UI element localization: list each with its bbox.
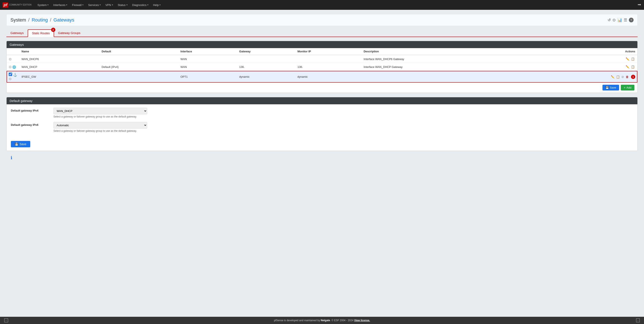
nav-services[interactable]: Services▾ xyxy=(86,0,103,10)
page-header: System / Routing / Gateways ↺ ⊙ 📊 ☰ ? xyxy=(6,14,638,26)
row3-description xyxy=(362,71,528,83)
chart-icon[interactable]: 📊 xyxy=(618,18,622,22)
delete-button[interactable]: 🗑 xyxy=(625,75,629,79)
col-default: Default xyxy=(100,48,178,55)
list-icon[interactable]: ☰ xyxy=(624,18,627,22)
nav-diagnostics[interactable]: Diagnostics▾ xyxy=(130,0,150,10)
chevron-down-icon: ▾ xyxy=(126,4,128,6)
footer: ↑ pfSense is developed and maintained by… xyxy=(0,317,644,324)
row1-actions: ✏️ 📋 xyxy=(528,55,638,63)
col-description: Description xyxy=(362,48,528,55)
breadcrumb-sep1: / xyxy=(28,17,31,22)
default-gateway-section: Default gateway Default gateway IPv4 WAN… xyxy=(6,97,638,151)
nav-help[interactable]: Help▾ xyxy=(151,0,163,10)
ipv4-select[interactable]: WAN_DHCP WAN_DHCP6 IPSEC_GW Automatic xyxy=(54,108,147,114)
nav-status[interactable]: Status▾ xyxy=(116,0,130,10)
row2-name: WAN_DHCP xyxy=(20,63,100,71)
chevron-down-icon: ▾ xyxy=(100,4,101,6)
plus-icon: + xyxy=(624,86,626,89)
row1-interface: WAN xyxy=(178,55,237,63)
copy-button[interactable]: 📋 xyxy=(616,75,620,79)
gateways-section-header: Gateways xyxy=(6,41,638,48)
download-icon: ↓ xyxy=(636,319,640,322)
reload-icon[interactable]: ↺ xyxy=(608,18,611,22)
copy-button[interactable]: 📋 xyxy=(630,57,635,61)
save-table-button[interactable]: 💾 Save xyxy=(602,85,619,90)
brand-subtitle: COMMUNITY EDITION xyxy=(9,3,32,6)
disable-button[interactable]: ⊘ xyxy=(621,75,624,79)
save-wrap: 💾 Save xyxy=(6,140,638,151)
ipv6-select[interactable]: Automatic WAN_DHCP6 IPSEC_GW xyxy=(54,122,147,129)
ipv6-row: Default gateway IPv6 Automatic WAN_DHCP6… xyxy=(11,122,633,132)
row2-select: ⊙ 🌐 xyxy=(6,63,20,71)
breadcrumb-routing[interactable]: Routing xyxy=(32,17,48,22)
edit-button[interactable]: ✏️ xyxy=(625,65,630,69)
default-gateway-form: Default gateway IPv4 WAN_DHCP WAN_DHCP6 … xyxy=(6,104,638,140)
edit-button[interactable]: ✏️ xyxy=(610,75,615,79)
chevron-down-icon: ▾ xyxy=(147,4,148,6)
footer-right-icon[interactable]: ↓ xyxy=(636,319,640,322)
copy-button[interactable]: 📋 xyxy=(630,65,635,69)
upload-icon: ↑ xyxy=(4,319,8,322)
info-icon[interactable]: ℹ xyxy=(11,155,633,160)
table-row: ⊙ WAN_DHCP6 WAN Interface WAN_DHCP6 Gate… xyxy=(6,55,638,63)
license-link[interactable]: View license. xyxy=(354,319,370,322)
main-content: System / Routing / Gateways ↺ ⊙ 📊 ☰ ? Ga… xyxy=(0,10,644,317)
ipv4-control: WAN_DHCP WAN_DHCP6 IPSEC_GW Automatic Se… xyxy=(54,108,633,118)
row1-description: Interface WAN_DHCP6 Gateway xyxy=(362,55,528,63)
table-actions: 💾 Save + Add xyxy=(6,83,638,93)
ipv6-control: Automatic WAN_DHCP6 IPSEC_GW Select a ga… xyxy=(54,122,633,132)
edit-button[interactable]: ✏️ xyxy=(625,57,630,61)
row1-default xyxy=(100,55,178,63)
add-button[interactable]: + Add xyxy=(621,85,634,90)
row2-gateway: 136. xyxy=(237,63,295,71)
breadcrumb-sep2: / xyxy=(50,17,52,22)
help-icon[interactable]: ? xyxy=(629,18,634,22)
row2-actions: ✏️ 📋 xyxy=(528,63,638,71)
nav-vpn[interactable]: VPN▾ xyxy=(103,0,115,10)
breadcrumb: System / Routing / Gateways xyxy=(10,17,74,23)
col-actions: Actions xyxy=(528,48,638,55)
row1-name: WAN_DHCP6 xyxy=(20,55,100,63)
save-main-icon: 💾 xyxy=(15,142,18,146)
row-checkbox[interactable] xyxy=(9,73,12,76)
logout-icon[interactable]: ⮕ xyxy=(638,3,642,7)
gateways-section: Gateways Name Default Interface Gateway … xyxy=(6,41,638,93)
row3-interface: OPT1 xyxy=(178,71,237,83)
brand-logo[interactable]: pf COMMUNITY EDITION xyxy=(2,2,32,8)
chevron-down-icon: ▾ xyxy=(112,4,113,6)
status-check-icon: ⊙ xyxy=(9,77,12,81)
nav-system[interactable]: System▾ xyxy=(35,0,51,10)
row3-name: IPSEC_GW xyxy=(20,71,100,83)
row3-actions: ✏️ 📋 ⊘ 🗑 1 xyxy=(528,71,638,83)
chevron-down-icon: ▾ xyxy=(66,4,67,6)
header-actions: ↺ ⊙ 📊 ☰ ? xyxy=(608,18,634,22)
row3-default xyxy=(100,71,178,83)
target-icon[interactable]: ⊙ xyxy=(612,18,616,22)
breadcrumb-gateways[interactable]: Gateways xyxy=(54,17,74,22)
col-name: Name xyxy=(20,48,100,55)
chevron-down-icon: ▾ xyxy=(160,4,160,6)
tab-gateways[interactable]: Gateways xyxy=(6,29,28,37)
navbar: pf COMMUNITY EDITION System▾ Interfaces▾… xyxy=(0,0,644,10)
chevron-down-icon: ▾ xyxy=(48,4,48,6)
ipv6-help: Select a gateway or failover gateway gro… xyxy=(54,129,633,132)
nav-menu: System▾ Interfaces▾ Firewall▾ Services▾ … xyxy=(35,0,638,10)
save-main-button[interactable]: 💾 Save xyxy=(11,141,30,147)
ipv6-label: Default gateway IPv6 xyxy=(11,122,54,126)
nav-firewall[interactable]: Firewall▾ xyxy=(70,0,86,10)
table-row: ⊙ 🌐 WAN_DHCP Default (IPv4) WAN 136. 136… xyxy=(6,63,638,71)
save-icon: 💾 xyxy=(606,86,609,89)
row2-monitor-ip: 136. xyxy=(296,63,362,71)
footer-text: pfSense is developed and maintained by N… xyxy=(274,319,370,322)
row3-gateway: dynamic xyxy=(237,71,295,83)
footer-left-icon[interactable]: ↑ xyxy=(4,319,8,322)
col-interface: Interface xyxy=(178,48,237,55)
chevron-down-icon: ▾ xyxy=(82,4,84,6)
tab-gateway-groups[interactable]: Gateway Groups xyxy=(54,29,84,37)
row3-monitor-ip: dynamic xyxy=(296,71,362,83)
row-badge: 1 xyxy=(631,75,635,79)
tab-static-routes[interactable]: Static Routes 2 xyxy=(28,29,54,37)
row1-gateway xyxy=(237,55,295,63)
nav-interfaces[interactable]: Interfaces▾ xyxy=(51,0,70,10)
